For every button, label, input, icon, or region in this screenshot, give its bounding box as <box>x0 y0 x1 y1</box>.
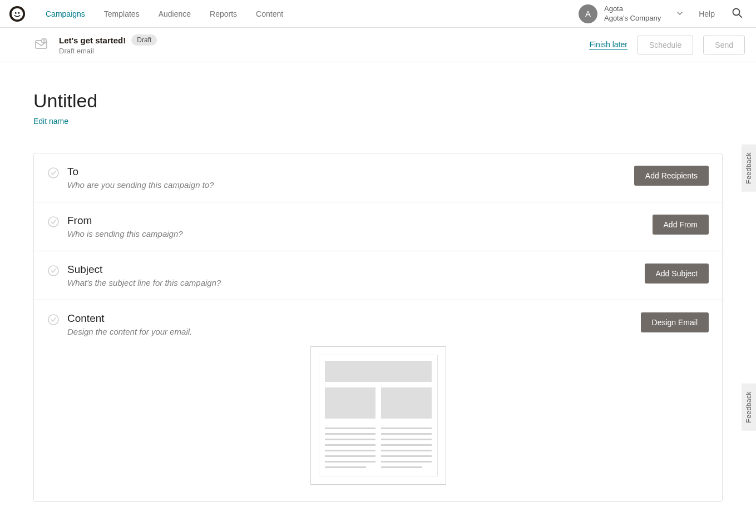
email-placeholder-preview <box>310 346 446 485</box>
envelope-icon <box>33 36 49 54</box>
row-desc: Design the content for your email. <box>67 327 641 336</box>
subheader-actions: Finish later Schedule Send <box>589 36 745 54</box>
svg-point-10 <box>48 168 58 178</box>
campaign-checklist: To Who are you sending this campaign to?… <box>33 153 723 502</box>
svg-point-3 <box>18 12 19 13</box>
feedback-tab[interactable]: Feedback <box>742 384 756 431</box>
row-title: To <box>67 166 634 178</box>
checklist-row-content: Content Design the content for your emai… <box>34 300 722 501</box>
row-title: From <box>67 215 653 227</box>
row-title: Content <box>67 312 641 325</box>
page-title: Untitled <box>33 90 723 112</box>
subheader-titles: Let's get started! Draft Draft email <box>59 34 157 55</box>
send-button[interactable]: Send <box>703 36 745 54</box>
freddie-icon <box>9 6 26 22</box>
nav-content[interactable]: Content <box>256 9 283 18</box>
svg-point-12 <box>48 266 58 276</box>
avatar: A <box>579 4 597 23</box>
edit-name-link[interactable]: Edit name <box>33 117 68 126</box>
row-desc: Who is sending this campaign? <box>67 229 653 238</box>
mailchimp-logo[interactable] <box>8 4 27 23</box>
add-recipients-button[interactable]: Add Recipients <box>634 166 709 186</box>
feedback-tab[interactable]: Feedback <box>742 145 756 192</box>
add-from-button[interactable]: Add From <box>653 215 709 235</box>
chevron-down-icon <box>676 9 683 19</box>
search-icon <box>732 7 743 18</box>
help-link[interactable]: Help <box>699 9 715 18</box>
nav-reports[interactable]: Reports <box>210 9 237 18</box>
svg-point-11 <box>48 217 58 227</box>
search-button[interactable] <box>729 5 745 22</box>
row-desc: Who are you sending this campaign to? <box>67 180 634 190</box>
svg-point-13 <box>48 315 58 325</box>
campaign-status-title: Let's get started! <box>59 36 126 45</box>
schedule-button[interactable]: Schedule <box>638 36 693 54</box>
user-text: Agota Agota's Company <box>604 4 661 23</box>
top-nav: Campaigns Templates Audience Reports Con… <box>0 0 756 28</box>
checklist-row-subject: Subject What's the subject line for this… <box>34 251 722 300</box>
svg-point-2 <box>15 12 17 13</box>
check-circle-icon <box>47 314 60 326</box>
svg-point-1 <box>12 8 23 19</box>
add-subject-button[interactable]: Add Subject <box>645 263 709 284</box>
nav-campaigns[interactable]: Campaigns <box>46 9 85 18</box>
status-badge: Draft <box>131 34 157 46</box>
user-menu[interactable]: A Agota Agota's Company <box>579 4 683 23</box>
user-company: Agota's Company <box>604 14 661 23</box>
check-circle-icon <box>47 216 60 228</box>
svg-line-5 <box>739 14 742 17</box>
nav-audience[interactable]: Audience <box>159 9 191 18</box>
main-content: Untitled Edit name To Who are you sendin… <box>0 62 756 524</box>
design-email-button[interactable]: Design Email <box>641 312 709 332</box>
checklist-row-from: From Who is sending this campaign? Add F… <box>34 202 722 251</box>
check-circle-icon <box>47 167 60 179</box>
row-desc: What's the subject line for this campaig… <box>67 278 645 287</box>
finish-later-link[interactable]: Finish later <box>589 40 627 50</box>
campaign-subtitle: Draft email <box>59 47 157 55</box>
nav-templates[interactable]: Templates <box>104 9 140 18</box>
campaign-subheader: Let's get started! Draft Draft email Fin… <box>0 28 756 62</box>
user-name: Agota <box>604 4 661 13</box>
nav-links: Campaigns Templates Audience Reports Con… <box>46 9 283 18</box>
check-circle-icon <box>47 265 60 277</box>
checklist-row-to: To Who are you sending this campaign to?… <box>34 153 722 202</box>
row-title: Subject <box>67 263 645 276</box>
